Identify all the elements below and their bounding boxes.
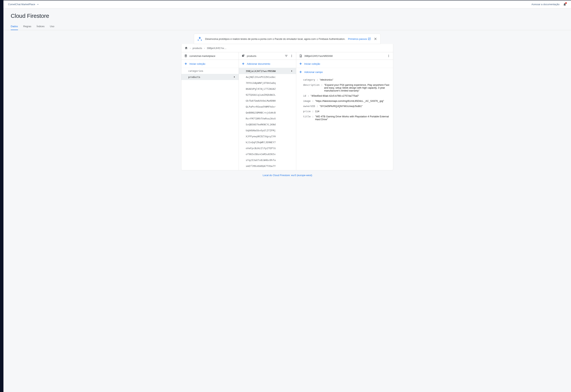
start-collection-label: Iniciar coleção bbox=[189, 62, 205, 65]
banner-text: Desenvolva protótipos e realize testes d… bbox=[205, 38, 345, 40]
breadcrumb-chevron: › bbox=[204, 47, 205, 50]
document-item-label: XJFPyewyNCDZl6gvyIYH bbox=[246, 135, 276, 138]
field-value: 114 bbox=[315, 110, 319, 113]
chevron-down-icon bbox=[36, 3, 39, 6]
document-item-label: SvQB58O7keRKNCYL1KNd bbox=[246, 123, 276, 126]
add-field-label: Adicionar campo bbox=[304, 71, 323, 73]
add-document-button[interactable]: Adicionar documento bbox=[239, 60, 296, 68]
start-subcollection-button[interactable]: Iniciar coleção bbox=[296, 60, 393, 68]
page-title: Cloud Firestore bbox=[11, 13, 564, 19]
field-key: price : bbox=[303, 110, 314, 113]
firestore-location-link[interactable]: Local do Cloud Firestore: eur3 (europe-w… bbox=[262, 174, 312, 177]
field-row[interactable]: price :114 bbox=[296, 109, 393, 114]
field-row[interactable]: description :Expand your PS4 gaming expe… bbox=[296, 82, 393, 93]
field-value: https://fakestoreapi.com/img/61mtL65D4cL… bbox=[315, 100, 384, 102]
document-item-label: RxrFM7lDRhTVeRvwJAvU bbox=[246, 117, 276, 120]
document-item[interactable]: 9ZfQXAUiq1umZ0Qk8WJL bbox=[239, 92, 296, 98]
field-value: electronics bbox=[320, 78, 333, 81]
tab-índices[interactable]: Índices bbox=[37, 23, 44, 30]
plus-icon bbox=[184, 62, 187, 65]
field-row[interactable]: category :electronics bbox=[296, 77, 393, 82]
more-menu-icon[interactable] bbox=[290, 54, 293, 58]
chevron-right-icon bbox=[233, 75, 236, 78]
document-item-label: QLPaPnrRSeadYWMFhdxr bbox=[246, 105, 276, 108]
collections-list: categoriesproducts bbox=[181, 68, 239, 170]
document-item[interactable]: RxrFM7lDRhTVeRvwJAvU bbox=[239, 116, 296, 122]
document-item[interactable]: sYqz53aX7x8iW4bv9hfa bbox=[239, 157, 296, 163]
app-sidebar[interactable] bbox=[0, 0, 3, 392]
document-item[interactable]: SvQB58O7keRKNCYL1KNd bbox=[239, 122, 296, 128]
document-icon bbox=[299, 54, 302, 58]
start-subcollection-label: Iniciar coleção bbox=[304, 62, 320, 65]
start-collection-button[interactable]: Iniciar coleção bbox=[181, 60, 239, 68]
banner-close-button[interactable] bbox=[373, 37, 377, 41]
breadcrumb-document[interactable]: 39BjeiXJHf1Yw… bbox=[207, 47, 227, 50]
top-bar: CometChat MarketPlace Acessar a document… bbox=[3, 0, 571, 8]
document-item[interactable]: vgAAbZQcrhZYH754vqqm bbox=[239, 169, 296, 170]
field-value: WD 4TB Gaming Drive Works with Playstati… bbox=[315, 115, 390, 121]
breadcrumb: › products › 39BjeiXJHf1Yw… bbox=[181, 44, 393, 52]
more-menu-icon[interactable] bbox=[387, 54, 390, 58]
page-header: Cloud Firestore bbox=[3, 8, 571, 19]
document-item-label: of983x5BsnCmRSu8383v bbox=[246, 153, 276, 156]
data-explorer: › products › 39BjeiXJHf1Yw… cometchat-ma… bbox=[181, 44, 393, 170]
field-row[interactable]: title :WD 4TB Gaming Drive Works with Pl… bbox=[296, 114, 393, 122]
tabs-bar: DadosRegrasÍndicesUso bbox=[3, 23, 571, 30]
project-selector[interactable]: CometChat MarketPlace bbox=[8, 3, 39, 6]
field-value: Expand your PS4 gaming experience, Play … bbox=[324, 84, 390, 92]
document-item[interactable]: GkfbAfGmAUVdeLMw0DNH bbox=[239, 98, 296, 104]
documents-list: 39BjeiXJHf1YwxrM9SNW4wjNQl2VunPV2ZH1xdec… bbox=[239, 68, 296, 170]
filter-icon[interactable] bbox=[285, 54, 288, 58]
document-item[interactable]: QeB8NQJQMHBCrnjdzWcB bbox=[239, 110, 296, 116]
field-key: image : bbox=[303, 100, 314, 102]
document-item[interactable]: 70YUikBpWNFjOT6HJwDq bbox=[239, 80, 296, 86]
chevron-right-icon bbox=[290, 70, 293, 73]
document-item[interactable]: 86AEUPgl97AjiTTZAG8Z bbox=[239, 86, 296, 92]
breadcrumb-collection[interactable]: products bbox=[192, 47, 202, 50]
home-icon[interactable] bbox=[185, 46, 188, 50]
documentation-link[interactable]: Acessar a documentação bbox=[531, 3, 559, 6]
panel-document-title: 39BjeiXJHf1YwxrM9SNW bbox=[304, 55, 333, 58]
banner-link[interactable]: Primeiros passos bbox=[348, 37, 371, 40]
collection-item[interactable]: categories bbox=[181, 68, 239, 74]
collection-item-label: categories bbox=[188, 70, 203, 72]
plus-icon bbox=[242, 62, 245, 65]
panel-root-title: cometchat-marketplace bbox=[189, 55, 215, 58]
document-item-label: 39BjeiXJHf1YwxrM9SNW bbox=[246, 70, 276, 73]
field-value: 0iY2e05PkrRQJQNYWUcAeqU5oBi1 bbox=[320, 105, 363, 108]
document-item[interactable]: QLPaPnrRSeadYWMFhdxr bbox=[239, 104, 296, 110]
add-field-button[interactable]: Adicionar campo bbox=[296, 68, 393, 76]
document-item[interactable]: 4wjNQl2VunPV2ZH1xdec bbox=[239, 74, 296, 80]
plus-icon bbox=[299, 62, 302, 65]
document-item[interactable]: Uqb6bNaSbvOyGlZfZFMj bbox=[239, 128, 296, 133]
document-item[interactable]: 39BjeiXJHf1YwxrM9SNW bbox=[239, 68, 296, 74]
field-key: id : bbox=[303, 94, 309, 97]
panel-document: 39BjeiXJHf1YwxrM9SNW Iniciar coleção Adi… bbox=[296, 52, 393, 170]
tab-uso[interactable]: Uso bbox=[50, 23, 54, 30]
document-item-label: smEflMXvKA0QA7TVUw7Y bbox=[246, 165, 276, 167]
external-link-icon bbox=[368, 37, 371, 40]
document-item[interactable]: oVeFpcBzHzIlFp2TEPlG bbox=[239, 145, 296, 151]
document-item-label: 70YUikBpWNFjOT6HJwDq bbox=[246, 82, 276, 84]
document-item-label: 4wjNQl2VunPV2ZH1xdec bbox=[246, 76, 276, 78]
document-item[interactable]: of983x5BsnCmRSu8383v bbox=[239, 151, 296, 157]
document-item-label: GkfbAfGmAUVdeLMw0DNH bbox=[246, 99, 276, 102]
collection-item[interactable]: products bbox=[181, 74, 239, 80]
panel-collection: products Adicionar documento 39BjeiXJHf1… bbox=[239, 52, 296, 170]
fields-list: category :electronicsdescription :Expand… bbox=[296, 76, 393, 170]
notifications-button[interactable] bbox=[563, 3, 566, 6]
field-key: title : bbox=[303, 115, 314, 118]
document-item-label: 86AEUPgl97AjiTTZAG8Z bbox=[246, 87, 276, 90]
document-item[interactable]: kJJvQqFZ0qWRlJD9NEY7 bbox=[239, 139, 296, 145]
emulator-banner: Desenvolva protótipos e realize testes d… bbox=[194, 34, 381, 44]
field-row[interactable]: ownerUID :0iY2e05PkrRQJQNYWUcAeqU5oBi1 bbox=[296, 103, 393, 109]
document-item[interactable]: smEflMXvKA0QA7TVUw7Y bbox=[239, 163, 296, 169]
field-value: 4f3ed5ed-90ab-42c5-b766-c2757da775a0 bbox=[311, 94, 359, 97]
document-item[interactable]: XJFPyewyNCDZl6gvyIYH bbox=[239, 133, 296, 139]
tab-dados[interactable]: Dados bbox=[11, 23, 18, 30]
document-item-label: Uqb6bNaSbvOyGlZfZFMj bbox=[246, 129, 276, 132]
field-row[interactable]: id :4f3ed5ed-90ab-42c5-b766-c2757da775a0 bbox=[296, 93, 393, 98]
field-row[interactable]: image :https://fakestoreapi.com/img/61mt… bbox=[296, 98, 393, 103]
document-item-label: oVeFpcBzHzIlFp2TEPlG bbox=[246, 147, 276, 150]
tab-regras[interactable]: Regras bbox=[23, 23, 31, 30]
